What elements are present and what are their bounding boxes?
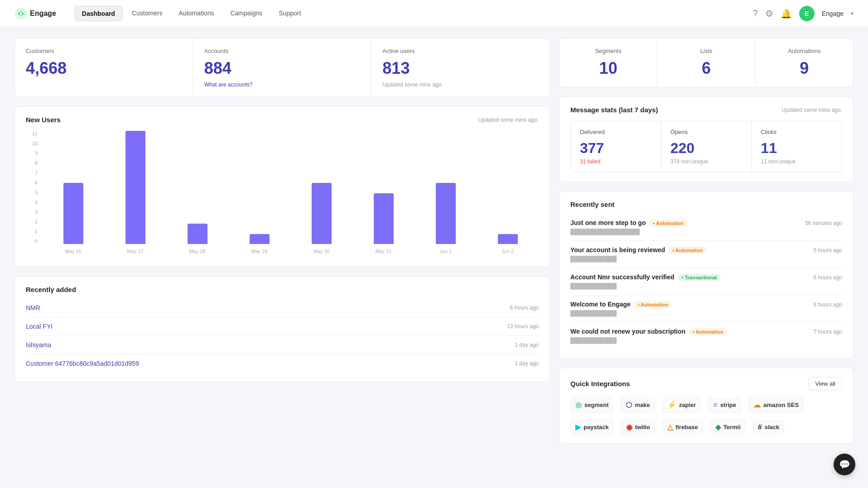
y-axis-label: 0 [26,239,39,244]
sent-badge: • Automation [634,301,672,308]
customers-label: Customers [26,48,182,54]
paystack-icon: ▶ [575,423,581,431]
view-all-button[interactable]: View all [808,377,842,390]
sent-item: Welcome to Engage• Automation 6 hours ag… [570,295,842,322]
accounts-label: Accounts [204,48,361,54]
user-name[interactable]: Engage [822,10,844,17]
user-avatar[interactable]: E [799,6,815,21]
left-stats-card: Customers 4,668 Accounts 884 What are ac… [14,38,550,97]
automations-label: Automations [768,48,840,54]
list-item-time: 1 day ago [515,342,539,348]
zapier-icon: ⚡ [667,401,676,409]
active-users-value: 813 [382,59,539,78]
integration-segment[interactable]: ◎segment [570,397,613,412]
chevron-down-icon[interactable]: ▾ [851,10,854,17]
svg-point-1 [19,12,22,15]
bell-icon[interactable]: 🔔 [781,8,792,19]
msg-stats-row: Delivered 377 31 failed Opens 220 379 no… [570,121,842,172]
integration-termii[interactable]: ◆Termii [710,420,746,435]
msg-updated: Updated some mins ago. [782,107,842,113]
bar[interactable] [63,183,83,244]
bar[interactable] [125,131,145,244]
y-axis: 01234567891011 [26,131,39,244]
sent-item-title[interactable]: Account Nmr successfully verified• Trans… [570,273,720,281]
list-item: NMR 6 hours ago [26,299,539,317]
amazon-ses-icon: ☁ [753,401,761,409]
x-axis-label: May 26 [42,247,104,258]
delivered-label: Delivered [580,129,652,135]
sent-item-sub: ████████████ [570,337,842,344]
delivered-failed: 31 failed [580,158,652,165]
sent-item-top: Your account is being reviewed• Automati… [570,246,842,254]
chart-area: 01234567891011 May 26May 27May 28May 29M… [26,131,539,258]
delivered-value: 377 [580,140,652,157]
sent-item-title[interactable]: Your account is being reviewed• Automati… [570,246,707,254]
x-axis-label: May 28 [166,247,228,258]
nav-links: Dashboard Customers Automations Campaign… [74,6,753,21]
sent-item-title[interactable]: We could not renew your subscription• Au… [570,328,727,335]
active-users-sub: Updated some mins ago. [382,81,539,88]
list-item-time: 1 day ago [515,360,539,367]
msg-stats-header: Message stats (last 7 days) Updated some… [570,106,842,114]
segment-icon: ◎ [575,401,582,409]
right-stats-card: Segments 10 Lists 6 Automations 9 [559,38,854,87]
list-item-name[interactable]: NMR [26,304,40,311]
list-item: Ishiyama 1 day ago [26,336,539,354]
chart-updated: Updated some mins ago. [478,117,539,123]
list-item-name[interactable]: Local FYI [26,323,53,330]
x-axis-label: May 27 [104,247,166,258]
nav-link-campaigns[interactable]: Campaigns [223,6,270,21]
help-icon[interactable]: ? [753,8,758,19]
logo[interactable]: Engage [14,7,56,20]
slack-icon: # [758,423,762,431]
integration-firebase[interactable]: △firebase [662,420,703,435]
accounts-sub[interactable]: What are accounts? [204,81,361,88]
nav-link-dashboard[interactable]: Dashboard [74,6,123,21]
bar-group [352,131,415,244]
integration-paystack[interactable]: ▶paystack [570,420,614,435]
bar-group [477,131,539,244]
integration-stripe[interactable]: ≡stripe [708,398,741,412]
chart-card: New Users Updated some mins ago. 0123456… [14,106,550,267]
make-label: make [635,402,650,408]
y-axis-label: 6 [26,180,39,185]
integration-amazon-ses[interactable]: ☁amazon SES [748,397,804,412]
list-item-name[interactable]: Ishiyama [26,341,51,349]
main-content: Customers 4,668 Accounts 884 What are ac… [0,27,868,455]
sent-item-title[interactable]: Just one more step to go• Automation [570,219,687,227]
integrations-grid: ◎segment⬡make⚡zapier≡stripe☁amazon SES▶p… [570,397,842,435]
bar[interactable] [250,234,270,244]
bar[interactable] [498,234,518,244]
integration-zapier[interactable]: ⚡zapier [662,397,701,412]
sent-item-time: 6 hours ago [814,301,842,308]
msg-stats-title: Message stats (last 7 days) [570,106,658,114]
integration-slack[interactable]: #slack [753,420,784,435]
sent-item-sub: ██████████████████ [570,229,842,235]
bar[interactable] [312,183,332,244]
sent-item-sub: ████████████ [570,310,842,316]
list-item-name[interactable]: Customer 64776bc80c9a5ad01d01d959 [26,360,139,367]
integration-make[interactable]: ⬡make [621,397,655,412]
chart-header: New Users Updated some mins ago. [26,116,539,124]
nav-link-automations[interactable]: Automations [172,6,222,21]
lists-value: 6 [670,59,742,78]
sent-item: Account Nmr successfully verified• Trans… [570,268,842,295]
bar[interactable] [188,224,207,244]
accounts-stat: Accounts 884 What are accounts? [193,38,372,97]
opens-value: 220 [670,140,743,157]
x-axis-label: May 30 [290,247,352,258]
bar-group [42,131,104,244]
y-axis-label: 11 [26,131,39,136]
integration-twilio[interactable]: ◉twilio [621,420,655,435]
sent-item-sub: ████████████ [570,256,842,262]
recently-sent-list: Just one more step to go• Automation 56 … [570,214,842,349]
nav-link-customers[interactable]: Customers [125,6,170,21]
bar[interactable] [436,183,456,244]
firebase-label: firebase [675,424,698,431]
settings-icon[interactable]: ⚙ [765,8,773,19]
twilio-label: twilio [635,424,650,431]
nav-link-support[interactable]: Support [271,6,308,21]
right-stats-row: Segments 10 Lists 6 Automations 9 [559,38,853,87]
sent-item-title[interactable]: Welcome to Engage• Automation [570,301,672,308]
bar[interactable] [374,193,394,244]
